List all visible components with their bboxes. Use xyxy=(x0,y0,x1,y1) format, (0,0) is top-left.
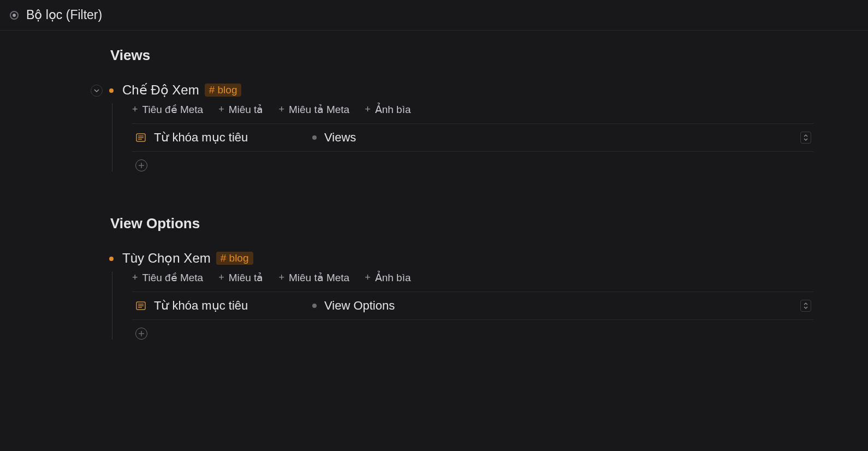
item-title-row: Tùy Chọn Xem # blog xyxy=(122,251,868,266)
list-icon xyxy=(135,132,146,143)
property-label-cell: Từ khóa mục tiêu xyxy=(132,130,312,145)
add-cover-image-button[interactable]: +Ảnh bìa xyxy=(365,103,411,116)
chevron-down-icon xyxy=(93,87,100,94)
meta-button-row: +Tiêu đề Meta +Miêu tả +Miêu tả Meta +Ản… xyxy=(132,103,868,116)
plus-icon: + xyxy=(365,104,371,115)
plus-icon: + xyxy=(278,272,284,283)
bullet-dot-icon xyxy=(13,14,16,17)
meta-button-row: +Tiêu đề Meta +Miêu tả +Miêu tả Meta +Ản… xyxy=(132,271,868,284)
sort-selector-button[interactable] xyxy=(800,300,811,312)
chevron-up-down-icon xyxy=(803,302,808,310)
add-property-button[interactable] xyxy=(135,328,147,340)
add-meta-title-button[interactable]: +Tiêu đề Meta xyxy=(132,271,203,284)
add-cover-image-button[interactable]: +Ảnh bìa xyxy=(365,271,411,284)
group-views: Views Chế Độ Xem # blog +Tiêu đề Meta +M… xyxy=(0,47,868,171)
add-description-button[interactable]: +Miêu tả xyxy=(218,271,263,284)
meta-btn-label: Miêu tả Meta xyxy=(289,271,349,284)
collapse-spacer xyxy=(91,253,103,265)
group-title: Views xyxy=(110,47,868,64)
property-label: Từ khóa mục tiêu xyxy=(154,130,248,145)
list-item: Chế Độ Xem # blog +Tiêu đề Meta +Miêu tả… xyxy=(91,82,868,171)
bullet-icon xyxy=(109,257,114,261)
dot-icon xyxy=(312,135,317,140)
property-value: View Options xyxy=(324,299,395,313)
plus-icon: + xyxy=(365,272,371,283)
page-header: Bộ lọc (Filter) xyxy=(0,0,868,31)
meta-btn-label: Miêu tả xyxy=(229,271,264,284)
chevron-up-down-icon xyxy=(803,134,808,141)
dot-icon xyxy=(312,304,317,308)
bullet-outline-icon xyxy=(10,11,19,20)
plus-icon: + xyxy=(278,104,284,115)
item-title[interactable]: Tùy Chọn Xem xyxy=(122,251,211,266)
sort-selector-button[interactable] xyxy=(800,132,811,144)
meta-btn-label: Tiêu đề Meta xyxy=(142,271,204,284)
add-property-button[interactable] xyxy=(135,159,147,171)
add-meta-description-button[interactable]: +Miêu tả Meta xyxy=(278,103,349,116)
add-property-row xyxy=(132,159,868,171)
plus-icon: + xyxy=(218,272,224,283)
tag-blog[interactable]: # blog xyxy=(216,252,253,265)
bullet-icon xyxy=(109,88,114,93)
property-value-cell: Views xyxy=(312,130,813,145)
plus-icon: + xyxy=(132,104,138,115)
group-view-options: View Options Tùy Chọn Xem # blog +Tiêu đ… xyxy=(0,215,868,340)
plus-icon: + xyxy=(132,272,138,283)
add-meta-title-button[interactable]: +Tiêu đề Meta xyxy=(132,103,203,116)
meta-btn-label: Ảnh bìa xyxy=(375,271,411,284)
group-title: View Options xyxy=(110,215,868,232)
property-label: Từ khóa mục tiêu xyxy=(154,299,248,313)
plus-icon: + xyxy=(218,104,224,115)
property-row[interactable]: Từ khóa mục tiêu Views xyxy=(132,123,813,152)
meta-btn-label: Miêu tả Meta xyxy=(289,103,349,116)
collapse-button[interactable] xyxy=(91,85,103,97)
add-meta-description-button[interactable]: +Miêu tả Meta xyxy=(278,271,349,284)
list-item: Tùy Chọn Xem # blog +Tiêu đề Meta +Miêu … xyxy=(91,251,868,340)
page-title: Bộ lọc (Filter) xyxy=(26,8,102,22)
add-description-button[interactable]: +Miêu tả xyxy=(218,103,263,116)
property-label-cell: Từ khóa mục tiêu xyxy=(132,299,312,313)
plus-icon xyxy=(138,162,145,169)
meta-btn-label: Miêu tả xyxy=(229,103,264,116)
add-property-row xyxy=(132,328,868,340)
item-title-row: Chế Độ Xem # blog xyxy=(122,82,868,98)
tag-blog[interactable]: # blog xyxy=(205,84,242,97)
property-row[interactable]: Từ khóa mục tiêu View Options xyxy=(132,292,813,320)
meta-btn-label: Ảnh bìa xyxy=(375,103,411,116)
list-icon xyxy=(135,300,146,311)
content-area: Views Chế Độ Xem # blog +Tiêu đề Meta +M… xyxy=(0,31,868,340)
property-value: Views xyxy=(324,130,356,145)
meta-btn-label: Tiêu đề Meta xyxy=(142,103,204,116)
item-title[interactable]: Chế Độ Xem xyxy=(122,82,199,98)
property-value-cell: View Options xyxy=(312,299,813,313)
plus-icon xyxy=(138,330,145,337)
